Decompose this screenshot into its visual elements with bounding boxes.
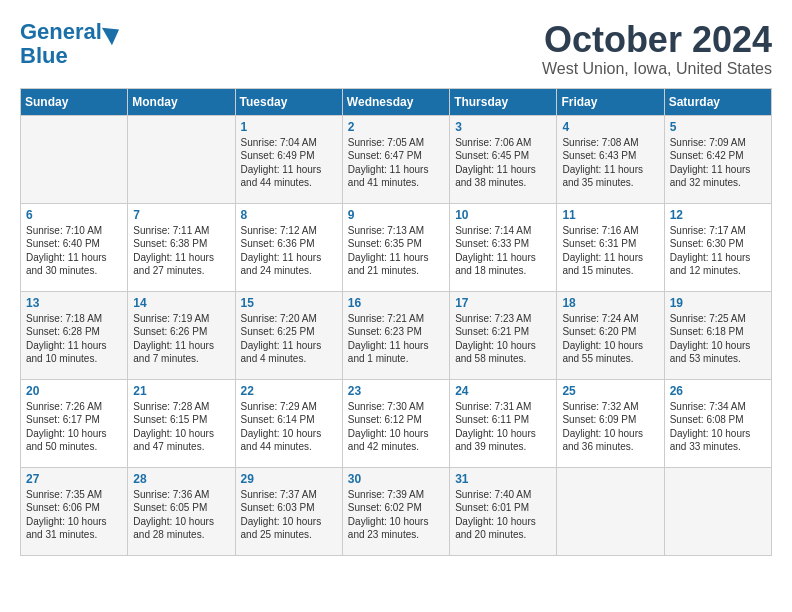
calendar-cell: 7Sunrise: 7:11 AM Sunset: 6:38 PM Daylig… [128,203,235,291]
calendar-week-row: 13Sunrise: 7:18 AM Sunset: 6:28 PM Dayli… [21,291,772,379]
calendar-cell: 23Sunrise: 7:30 AM Sunset: 6:12 PM Dayli… [342,379,449,467]
day-number: 4 [562,120,658,134]
day-content: Sunrise: 7:32 AM Sunset: 6:09 PM Dayligh… [562,400,658,454]
day-content: Sunrise: 7:26 AM Sunset: 6:17 PM Dayligh… [26,400,122,454]
calendar-cell: 1Sunrise: 7:04 AM Sunset: 6:49 PM Daylig… [235,115,342,203]
calendar-cell: 11Sunrise: 7:16 AM Sunset: 6:31 PM Dayli… [557,203,664,291]
calendar-cell: 17Sunrise: 7:23 AM Sunset: 6:21 PM Dayli… [450,291,557,379]
day-number: 31 [455,472,551,486]
day-content: Sunrise: 7:09 AM Sunset: 6:42 PM Dayligh… [670,136,766,190]
calendar-cell: 10Sunrise: 7:14 AM Sunset: 6:33 PM Dayli… [450,203,557,291]
calendar-cell: 27Sunrise: 7:35 AM Sunset: 6:06 PM Dayli… [21,467,128,555]
calendar-cell [557,467,664,555]
day-number: 14 [133,296,229,310]
title-section: October 2024 West Union, Iowa, United St… [542,20,772,78]
day-content: Sunrise: 7:23 AM Sunset: 6:21 PM Dayligh… [455,312,551,366]
logo-arrow-icon [102,21,124,45]
day-content: Sunrise: 7:08 AM Sunset: 6:43 PM Dayligh… [562,136,658,190]
day-number: 3 [455,120,551,134]
day-content: Sunrise: 7:40 AM Sunset: 6:01 PM Dayligh… [455,488,551,542]
calendar-table: SundayMondayTuesdayWednesdayThursdayFrid… [20,88,772,556]
calendar-cell [21,115,128,203]
day-number: 22 [241,384,337,398]
calendar-cell: 2Sunrise: 7:05 AM Sunset: 6:47 PM Daylig… [342,115,449,203]
weekday-header-monday: Monday [128,88,235,115]
calendar-cell: 25Sunrise: 7:32 AM Sunset: 6:09 PM Dayli… [557,379,664,467]
calendar-week-row: 1Sunrise: 7:04 AM Sunset: 6:49 PM Daylig… [21,115,772,203]
day-number: 21 [133,384,229,398]
day-content: Sunrise: 7:28 AM Sunset: 6:15 PM Dayligh… [133,400,229,454]
day-content: Sunrise: 7:10 AM Sunset: 6:40 PM Dayligh… [26,224,122,278]
calendar-cell: 13Sunrise: 7:18 AM Sunset: 6:28 PM Dayli… [21,291,128,379]
day-content: Sunrise: 7:29 AM Sunset: 6:14 PM Dayligh… [241,400,337,454]
day-content: Sunrise: 7:04 AM Sunset: 6:49 PM Dayligh… [241,136,337,190]
calendar-week-row: 6Sunrise: 7:10 AM Sunset: 6:40 PM Daylig… [21,203,772,291]
day-number: 18 [562,296,658,310]
day-content: Sunrise: 7:05 AM Sunset: 6:47 PM Dayligh… [348,136,444,190]
calendar-cell: 24Sunrise: 7:31 AM Sunset: 6:11 PM Dayli… [450,379,557,467]
weekday-header-wednesday: Wednesday [342,88,449,115]
month-title: October 2024 [542,20,772,60]
calendar-week-row: 27Sunrise: 7:35 AM Sunset: 6:06 PM Dayli… [21,467,772,555]
calendar-cell: 18Sunrise: 7:24 AM Sunset: 6:20 PM Dayli… [557,291,664,379]
day-content: Sunrise: 7:12 AM Sunset: 6:36 PM Dayligh… [241,224,337,278]
day-number: 1 [241,120,337,134]
logo: General Blue [20,20,120,68]
day-number: 28 [133,472,229,486]
weekday-header-row: SundayMondayTuesdayWednesdayThursdayFrid… [21,88,772,115]
weekday-header-sunday: Sunday [21,88,128,115]
day-content: Sunrise: 7:19 AM Sunset: 6:26 PM Dayligh… [133,312,229,366]
day-number: 29 [241,472,337,486]
day-number: 13 [26,296,122,310]
day-number: 7 [133,208,229,222]
weekday-header-tuesday: Tuesday [235,88,342,115]
day-content: Sunrise: 7:13 AM Sunset: 6:35 PM Dayligh… [348,224,444,278]
calendar-cell: 15Sunrise: 7:20 AM Sunset: 6:25 PM Dayli… [235,291,342,379]
logo-general: General [20,19,102,44]
calendar-cell: 8Sunrise: 7:12 AM Sunset: 6:36 PM Daylig… [235,203,342,291]
calendar-cell: 31Sunrise: 7:40 AM Sunset: 6:01 PM Dayli… [450,467,557,555]
day-content: Sunrise: 7:16 AM Sunset: 6:31 PM Dayligh… [562,224,658,278]
calendar-cell: 21Sunrise: 7:28 AM Sunset: 6:15 PM Dayli… [128,379,235,467]
weekday-header-saturday: Saturday [664,88,771,115]
calendar-cell: 3Sunrise: 7:06 AM Sunset: 6:45 PM Daylig… [450,115,557,203]
day-content: Sunrise: 7:34 AM Sunset: 6:08 PM Dayligh… [670,400,766,454]
day-content: Sunrise: 7:36 AM Sunset: 6:05 PM Dayligh… [133,488,229,542]
location-title: West Union, Iowa, United States [542,60,772,78]
calendar-cell: 26Sunrise: 7:34 AM Sunset: 6:08 PM Dayli… [664,379,771,467]
day-number: 30 [348,472,444,486]
day-number: 24 [455,384,551,398]
logo-blue: Blue [20,44,68,68]
day-number: 19 [670,296,766,310]
day-number: 20 [26,384,122,398]
day-number: 8 [241,208,337,222]
calendar-cell: 19Sunrise: 7:25 AM Sunset: 6:18 PM Dayli… [664,291,771,379]
day-content: Sunrise: 7:14 AM Sunset: 6:33 PM Dayligh… [455,224,551,278]
day-number: 10 [455,208,551,222]
day-content: Sunrise: 7:20 AM Sunset: 6:25 PM Dayligh… [241,312,337,366]
calendar-cell: 29Sunrise: 7:37 AM Sunset: 6:03 PM Dayli… [235,467,342,555]
calendar-cell: 12Sunrise: 7:17 AM Sunset: 6:30 PM Dayli… [664,203,771,291]
day-number: 26 [670,384,766,398]
calendar-cell: 22Sunrise: 7:29 AM Sunset: 6:14 PM Dayli… [235,379,342,467]
day-number: 15 [241,296,337,310]
day-number: 25 [562,384,658,398]
day-content: Sunrise: 7:17 AM Sunset: 6:30 PM Dayligh… [670,224,766,278]
day-content: Sunrise: 7:18 AM Sunset: 6:28 PM Dayligh… [26,312,122,366]
day-number: 23 [348,384,444,398]
calendar-cell [664,467,771,555]
page-header: General Blue October 2024 West Union, Io… [20,20,772,78]
day-number: 11 [562,208,658,222]
day-content: Sunrise: 7:24 AM Sunset: 6:20 PM Dayligh… [562,312,658,366]
calendar-cell: 16Sunrise: 7:21 AM Sunset: 6:23 PM Dayli… [342,291,449,379]
day-content: Sunrise: 7:25 AM Sunset: 6:18 PM Dayligh… [670,312,766,366]
calendar-cell: 20Sunrise: 7:26 AM Sunset: 6:17 PM Dayli… [21,379,128,467]
day-content: Sunrise: 7:35 AM Sunset: 6:06 PM Dayligh… [26,488,122,542]
day-number: 5 [670,120,766,134]
calendar-week-row: 20Sunrise: 7:26 AM Sunset: 6:17 PM Dayli… [21,379,772,467]
day-number: 17 [455,296,551,310]
calendar-cell [128,115,235,203]
calendar-cell: 14Sunrise: 7:19 AM Sunset: 6:26 PM Dayli… [128,291,235,379]
day-number: 27 [26,472,122,486]
calendar-cell: 30Sunrise: 7:39 AM Sunset: 6:02 PM Dayli… [342,467,449,555]
